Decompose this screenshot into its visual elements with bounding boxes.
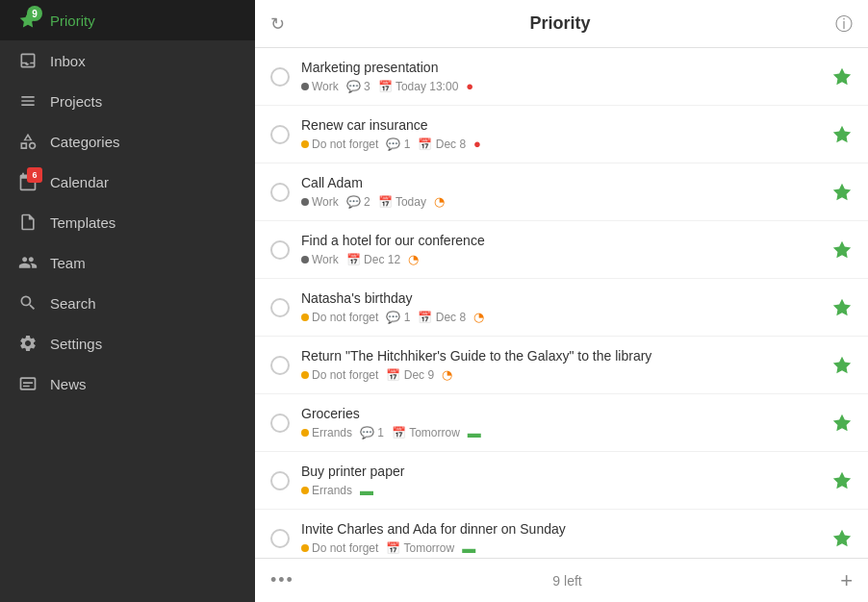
task-checkbox[interactable]	[270, 67, 290, 87]
tag-label: Work	[312, 253, 339, 266]
task-tag: Do not forget	[301, 311, 378, 324]
tag-label: Work	[312, 80, 339, 93]
footer: ••• 9 left +	[255, 558, 868, 602]
tag-label: Work	[312, 195, 339, 209]
add-task-button[interactable]: +	[840, 568, 853, 593]
task-item: Renew car insuranceDo not forget💬 1📅 Dec…	[255, 106, 868, 163]
task-item: Invite Charles and Ada for dinner on Sun…	[255, 510, 868, 558]
sidebar-item-label: Inbox	[50, 53, 86, 69]
task-title[interactable]: Groceries	[301, 406, 820, 421]
task-date: 📅 Today 13:00	[378, 80, 459, 93]
task-meta: Do not forget📅 Dec 9◔	[301, 367, 820, 382]
sidebar-item-settings[interactable]: Settings	[0, 323, 255, 364]
task-tag: Work	[301, 80, 339, 93]
priority-icon: ◔	[408, 252, 419, 266]
star-button[interactable]	[831, 239, 853, 261]
star-button[interactable]	[831, 355, 853, 376]
sidebar-item-label: Search	[50, 295, 96, 312]
task-tag: Errands	[301, 426, 352, 439]
sidebar-item-priority[interactable]: 9Priority	[0, 0, 255, 40]
sidebar-item-news[interactable]: News	[0, 364, 255, 404]
sidebar-item-label: Settings	[50, 336, 102, 352]
sidebar-item-calendar[interactable]: 6Calendar	[0, 162, 255, 202]
sidebar-item-inbox[interactable]: Inbox	[0, 40, 255, 81]
comment-count: 💬 1	[386, 138, 410, 151]
calendar-icon: 📅	[386, 368, 400, 382]
task-tag: Do not forget	[301, 368, 378, 382]
task-meta: Do not forget📅 Tomorrow▬	[301, 540, 820, 556]
task-checkbox[interactable]	[270, 298, 290, 317]
task-checkbox[interactable]	[270, 125, 290, 144]
calendar-icon: 📅	[378, 80, 393, 93]
task-item: Marketing presentationWork💬 3📅 Today 13:…	[255, 48, 868, 106]
task-title[interactable]: Buy printer paper	[301, 464, 820, 479]
sidebar-item-search[interactable]: Search	[0, 283, 255, 323]
comment-icon: 💬	[360, 426, 374, 439]
more-options-button[interactable]: •••	[270, 570, 294, 590]
task-meta: Errands▬	[301, 483, 820, 498]
task-checkbox[interactable]	[270, 471, 290, 490]
sidebar-item-projects[interactable]: Projects	[0, 81, 255, 121]
task-content: GroceriesErrands💬 1📅 Tomorrow▬	[301, 406, 820, 440]
star-button[interactable]	[831, 528, 853, 549]
task-meta: Work💬 3📅 Today 13:00●	[301, 79, 820, 93]
task-title[interactable]: Marketing presentation	[301, 60, 820, 75]
comment-icon: 💬	[346, 80, 361, 93]
task-checkbox[interactable]	[270, 240, 290, 260]
info-button[interactable]: ⓘ	[835, 13, 853, 36]
task-title[interactable]: Return "The Hitchhiker's Guide to the Ga…	[301, 348, 820, 364]
tag-dot	[301, 544, 309, 552]
star-button[interactable]	[831, 182, 853, 203]
task-date: 📅 Dec 8	[418, 311, 466, 324]
calendar-icon: 📅	[392, 426, 406, 439]
task-title[interactable]: Renew car insurance	[301, 117, 820, 133]
task-checkbox[interactable]	[270, 414, 290, 433]
templates-icon	[17, 212, 38, 233]
tag-dot	[301, 140, 309, 148]
comment-icon: 💬	[386, 311, 400, 324]
sidebar-item-templates[interactable]: Templates	[0, 202, 255, 242]
task-title[interactable]: Call Adam	[301, 175, 820, 190]
task-checkbox[interactable]	[270, 529, 290, 548]
main-content: ↻ Priority ⓘ Marketing presentationWork💬…	[255, 0, 868, 602]
task-checkbox[interactable]	[270, 356, 290, 375]
star-button[interactable]	[831, 297, 853, 318]
calendar-icon: 📅	[418, 311, 432, 324]
task-content: Invite Charles and Ada for dinner on Sun…	[301, 521, 820, 556]
task-title[interactable]: Find a hotel for our conference	[301, 233, 820, 248]
task-title[interactable]: Natasha's birthday	[301, 290, 820, 306]
star-button[interactable]	[831, 413, 853, 434]
sidebar-item-team[interactable]: Team	[0, 242, 255, 283]
tag-label: Do not forget	[312, 368, 378, 382]
task-list: Marketing presentationWork💬 3📅 Today 13:…	[255, 48, 868, 558]
task-item: GroceriesErrands💬 1📅 Tomorrow▬	[255, 394, 868, 452]
task-item: Find a hotel for our conferenceWork📅 Dec…	[255, 221, 868, 279]
comment-count: 💬 1	[360, 426, 384, 439]
calendar-badge: 6	[27, 167, 42, 183]
sidebar-item-categories[interactable]: Categories	[0, 121, 255, 162]
task-item: Return "The Hitchhiker's Guide to the Ga…	[255, 337, 868, 394]
task-content: Marketing presentationWork💬 3📅 Today 13:…	[301, 60, 820, 93]
star-button[interactable]	[831, 124, 853, 145]
task-checkbox[interactable]	[270, 183, 290, 202]
calendar-icon: 📅	[386, 541, 400, 555]
task-item: Natasha's birthdayDo not forget💬 1📅 Dec …	[255, 279, 868, 337]
task-content: Renew car insuranceDo not forget💬 1📅 Dec…	[301, 117, 820, 151]
sidebar-item-label: Priority	[50, 13, 95, 29]
task-item: Buy printer paperErrands▬	[255, 452, 868, 510]
refresh-button[interactable]: ↻	[270, 13, 285, 35]
search-icon	[17, 292, 38, 314]
comment-count: 💬 2	[346, 195, 370, 209]
priority-icon: ◔	[434, 194, 445, 209]
star-button[interactable]	[831, 470, 853, 491]
sidebar-item-label: Calendar	[50, 174, 109, 190]
task-tag: Errands	[301, 484, 352, 497]
task-content: Natasha's birthdayDo not forget💬 1📅 Dec …	[301, 290, 820, 324]
task-title[interactable]: Invite Charles and Ada for dinner on Sun…	[301, 521, 820, 537]
priority-icon: ◔	[473, 310, 484, 324]
team-icon	[17, 252, 38, 273]
priority-icon: ◔	[442, 367, 452, 382]
comment-count: 💬 1	[386, 311, 410, 324]
projects-icon	[17, 90, 38, 112]
star-button[interactable]	[831, 66, 853, 88]
